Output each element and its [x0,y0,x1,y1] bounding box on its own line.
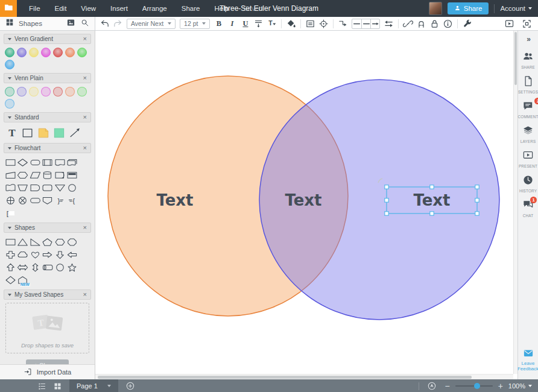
import-data-button[interactable]: Import Data [0,364,95,379]
shape-display[interactable] [42,182,54,194]
venn-gradient-swatch-7[interactable] [5,60,14,69]
shape-brace-left[interactable]: { [66,194,79,207]
selection-handle[interactable] [475,185,479,189]
shape-right-triangle[interactable] [29,236,42,248]
wrench-icon[interactable] [461,18,473,30]
collapse-caret-icon[interactable] [8,38,11,40]
shape-arrow-down[interactable] [54,248,66,261]
close-icon[interactable]: × [83,75,87,81]
collapse-caret-icon[interactable] [8,227,11,229]
rail-item-chat[interactable]: 1CHAT [522,199,534,218]
menu-item-arrange[interactable]: Arrange [135,0,174,17]
close-icon[interactable]: × [83,224,87,231]
add-page-icon[interactable] [123,379,138,392]
selection-handle[interactable] [430,212,434,215]
text-color-icon[interactable]: T [265,18,278,30]
vertical-align-icon[interactable] [252,18,265,30]
shape-decision[interactable] [17,156,30,169]
share-button[interactable]: Share [448,2,489,14]
venn-gradient-swatch-1[interactable] [17,48,27,57]
shape-data[interactable] [29,169,42,182]
venn-plain-swatch-4[interactable] [53,87,63,96]
underline-button[interactable]: U [239,18,252,30]
shape-note-bracket[interactable]: [ [4,207,17,220]
shape-brace-right[interactable]: } [54,194,66,207]
connector-icon[interactable] [337,18,349,30]
venn-plain-swatch-1[interactable] [17,87,27,96]
redo-icon[interactable] [112,18,124,30]
shape-star[interactable] [66,261,79,274]
venn-diagram-canvas[interactable]: Text Text Text [95,31,517,374]
close-icon[interactable]: × [83,114,87,121]
venn-gradient-swatch-0[interactable] [5,48,14,57]
shape-style-icon[interactable] [304,18,317,30]
shape-more-shapes[interactable]: NEW [17,274,30,286]
rail-item-layers[interactable]: LAYERS [521,125,536,144]
shape-heart[interactable] [29,248,42,261]
shape-cross[interactable] [4,248,17,261]
link-icon[interactable] [402,18,414,30]
line-arrow-option[interactable] [370,19,379,28]
account-menu[interactable]: Account [500,5,532,12]
zoom-in-button[interactable]: + [498,382,503,390]
selection-handle[interactable] [385,185,388,189]
app-logo[interactable] [0,0,17,17]
shape-can[interactable] [42,261,54,274]
shape-delay[interactable] [29,182,42,194]
font-size-select[interactable]: 12 pt [180,19,210,29]
venn-gradient-swatch-3[interactable] [41,48,51,57]
undo-icon[interactable] [98,18,111,30]
venn-gradient-swatch-6[interactable] [77,48,87,57]
document-title[interactable]: Three-Set Euler Venn Diagram [220,0,318,17]
zoom-slider-thumb[interactable] [474,383,480,389]
swap-arrows-icon[interactable] [382,18,395,30]
shape-terminator[interactable] [29,156,42,169]
section-header-flowchart[interactable]: Flowchart× [4,143,91,153]
shape-triangle[interactable] [17,236,30,248]
navigator-icon[interactable] [425,379,439,392]
shape-summing-junction[interactable] [17,194,30,207]
venn-gradient-swatch-4[interactable] [53,48,63,57]
venn-label-middle[interactable]: Text [285,191,321,209]
shape-database[interactable] [42,169,54,182]
vertical-scrollbar[interactable] [513,31,517,374]
avatar[interactable] [429,2,442,15]
venn-plain-swatch-2[interactable] [29,87,39,96]
collapse-caret-icon[interactable] [8,294,11,296]
shape-circle[interactable] [54,261,66,274]
shape-flag[interactable] [4,182,17,194]
shape-card[interactable] [4,169,17,182]
font-family-select[interactable]: Avenir Next [127,19,176,29]
selection-handle[interactable] [385,198,388,202]
rail-item-comment[interactable]: 2COMMENT [518,100,538,119]
shape-hexagon[interactable] [54,236,66,248]
shape-arrow-up[interactable] [4,261,17,274]
zoom-out-button[interactable]: − [445,382,449,390]
menu-item-insert[interactable]: Insert [103,0,135,17]
close-icon[interactable]: × [83,36,87,42]
selection-handle[interactable] [385,212,388,215]
shape-process[interactable] [4,156,17,169]
venn-plain-swatch-0[interactable] [5,87,14,96]
shape-predefined-process[interactable] [42,156,54,169]
image-icon[interactable] [66,18,75,30]
shape-or-junction[interactable] [4,194,17,207]
present-icon[interactable] [503,18,516,30]
shape-arrow-left-right[interactable] [17,261,30,274]
position-icon[interactable] [317,18,330,30]
line-thin-option[interactable] [352,19,361,28]
magnet-icon[interactable] [415,18,428,30]
section-header-standard[interactable]: Standard× [4,112,91,122]
canvas-area[interactable]: Text Text Text [95,31,517,379]
selection-handle[interactable] [475,212,479,215]
rail-item-settings[interactable]: SETTINGS [518,75,538,94]
zoom-slider[interactable] [455,385,493,387]
shape-sticky-note[interactable] [51,125,67,140]
shape-preparation[interactable] [17,169,30,182]
page-list-icon[interactable] [35,379,49,392]
venn-plain-swatch-7[interactable] [5,99,14,109]
collapse-caret-icon[interactable] [8,147,11,150]
line-style-select[interactable] [352,19,380,29]
shape-manual-operation[interactable] [17,182,30,194]
venn-plain-swatch-5[interactable] [65,87,75,96]
